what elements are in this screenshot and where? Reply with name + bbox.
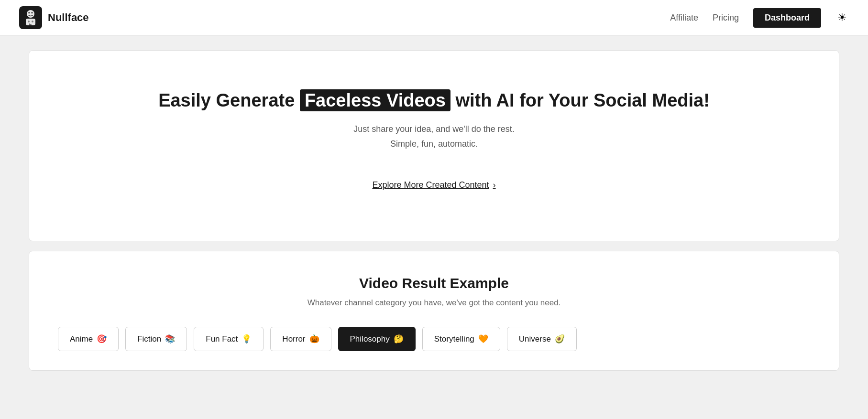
theme-toggle-button[interactable]: ☀ [835,10,849,26]
brand-name: Nullface [48,11,89,24]
brand-logo-icon [19,6,42,29]
hero-heading-prefix: Easily Generate [158,90,300,110]
category-tab-emoji: 🤔 [394,334,404,344]
main-content: Easily Generate Faceless Videos with AI … [0,50,868,390]
category-tab-emoji: 🎯 [97,334,107,344]
category-tab-label: Fiction [137,334,161,344]
category-tab-emoji: 🧡 [478,334,488,344]
category-tab-label: Storytelling [434,334,474,344]
dashboard-button[interactable]: Dashboard [753,8,821,28]
category-tab-label: Fun Fact [206,334,238,344]
video-section-subtitle: Whatever channel category you have, we'v… [48,298,820,308]
category-tab-anime[interactable]: Anime🎯 [58,327,119,351]
category-tab-label: Universe [519,334,551,344]
category-tab-fun-fact[interactable]: Fun Fact💡 [194,327,264,351]
explore-more-button[interactable]: Explore More Created Content › [372,180,495,190]
category-tab-emoji: 💡 [242,334,252,344]
category-tab-philosophy[interactable]: Philosophy🤔 [338,327,416,351]
category-tab-universe[interactable]: Universe🥑 [507,327,577,351]
category-tabs: Anime🎯Fiction📚Fun Fact💡Horror🎃Philosophy… [48,327,820,351]
sun-icon: ☀ [837,11,847,23]
category-tab-label: Anime [70,334,93,344]
category-tab-emoji: 🥑 [555,334,565,344]
hero-heading: Easily Generate Faceless Videos with AI … [158,89,710,112]
category-tab-fiction[interactable]: Fiction📚 [125,327,187,351]
navbar-nav: Affiliate Pricing Dashboard ☀ [670,8,849,28]
video-examples-section: Video Result Example Whatever channel ca… [29,251,839,371]
category-tab-horror[interactable]: Horror🎃 [270,327,331,351]
explore-link-text: Explore More Created Content [372,180,489,190]
svg-point-6 [32,21,33,22]
category-tab-label: Horror [282,334,305,344]
brand-link[interactable]: Nullface [19,6,89,29]
svg-point-5 [28,21,30,22]
category-tab-storytelling[interactable]: Storytelling🧡 [422,327,500,351]
affiliate-link[interactable]: Affiliate [670,13,698,23]
hero-heading-highlight: Faceless Videos [300,89,450,111]
hero-subtext-line2: Simple, fun, automatic. [390,139,478,149]
category-tab-emoji: 📚 [165,334,175,344]
pricing-link[interactable]: Pricing [713,13,739,23]
hero-section: Easily Generate Faceless Videos with AI … [29,50,839,241]
category-tab-label: Philosophy [350,334,390,344]
hero-subtext: Just share your idea, and we'll do the r… [353,122,515,151]
video-section-title: Video Result Example [48,275,820,291]
hero-heading-suffix: with AI for Your Social Media! [450,90,710,110]
category-tab-emoji: 🎃 [309,334,319,344]
navbar: Nullface Affiliate Pricing Dashboard ☀ [0,0,868,36]
chevron-right-icon: › [493,180,496,190]
svg-point-1 [27,10,34,18]
hero-subtext-line1: Just share your idea, and we'll do the r… [353,124,515,134]
